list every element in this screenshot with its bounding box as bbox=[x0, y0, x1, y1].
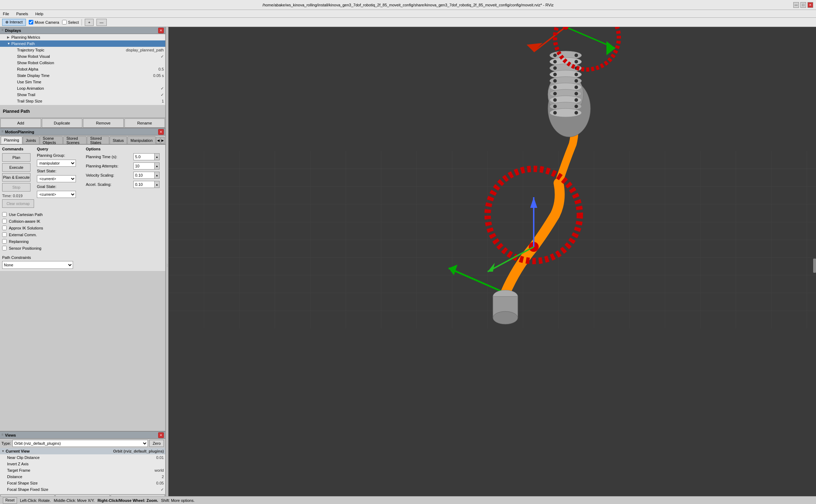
stop-button[interactable]: Stop bbox=[2, 183, 30, 192]
main-layout: ⠿ Displays ✕ ▶ Planning Metrics ▼ Planne… bbox=[0, 27, 816, 504]
sensor-positioning-row: Sensor Positioning bbox=[2, 246, 163, 250]
goal-state-select-row: <current> bbox=[37, 191, 83, 198]
view-distance[interactable]: Distance 2 bbox=[0, 473, 165, 480]
planning-time-label: Planning Time (s): bbox=[86, 155, 132, 159]
planning-time-input[interactable] bbox=[133, 153, 155, 160]
tree-item-trail-step-size[interactable]: Trail Step Size 1 bbox=[0, 98, 165, 104]
accel-scaling-up[interactable]: ▲ bbox=[155, 181, 160, 188]
velocity-scaling-input[interactable] bbox=[133, 172, 155, 179]
resize-handle[interactable]: ⋮ bbox=[166, 27, 168, 504]
tab-manipulation[interactable]: Manipulation bbox=[127, 136, 156, 144]
maximize-button[interactable]: □ bbox=[800, 2, 806, 8]
remove-button[interactable]: Remove bbox=[83, 118, 124, 128]
tree-item-trajectory-topic[interactable]: Trajectory Topic display_planned_path bbox=[0, 47, 165, 53]
3d-viewport[interactable]: 31 fps bbox=[168, 27, 816, 504]
toolbar-plus-button[interactable]: + bbox=[85, 19, 93, 26]
tab-joints[interactable]: Joints bbox=[23, 136, 39, 144]
tree-item-loop-animation[interactable]: Loop Animation ✓ bbox=[0, 85, 165, 92]
query-column: Query Planning Group: manipulator Start … bbox=[37, 147, 83, 208]
views-header: ⠿ Views ✕ bbox=[0, 432, 165, 439]
toolbar-separator bbox=[82, 19, 82, 26]
window-title: /home/abake/ws_kinova_rolling/install/ki… bbox=[262, 3, 554, 7]
replanning-checkbox[interactable] bbox=[2, 239, 7, 244]
displays-close-button[interactable]: ✕ bbox=[158, 28, 164, 33]
start-state-label-row: Start State: bbox=[37, 169, 83, 173]
collision-aware-checkbox[interactable] bbox=[2, 219, 7, 223]
tab-more-arrow[interactable]: ◀ bbox=[156, 137, 160, 144]
reset-button[interactable]: Reset bbox=[3, 497, 17, 504]
menu-panels[interactable]: Panels bbox=[15, 11, 30, 17]
svg-point-40 bbox=[553, 54, 557, 57]
interact-button[interactable]: ⊕ Interact bbox=[2, 19, 26, 26]
current-view-item[interactable]: ▼ Current View Orbit (rviz_default_plugi… bbox=[0, 448, 165, 454]
move-camera-checkbox[interactable] bbox=[29, 20, 33, 24]
duplicate-button[interactable]: Duplicate bbox=[42, 118, 83, 128]
right-click-hint: Right-Click/Mouse Wheel: Zoom. bbox=[98, 498, 158, 503]
tab-stored-scenes[interactable]: Stored Scenes bbox=[63, 136, 87, 144]
goal-state-label: Goal State: bbox=[37, 184, 65, 189]
views-zero-button[interactable]: Zero bbox=[149, 440, 164, 447]
select-label: Select bbox=[68, 20, 79, 24]
execute-button[interactable]: Execute bbox=[2, 163, 30, 172]
tree-item-robot-alpha[interactable]: Robot Alpha 0.5 bbox=[0, 66, 165, 72]
views-section: ⠿ Views ✕ Type: Orbit (rviz_default_plug… bbox=[0, 432, 165, 504]
clear-octomap-button[interactable]: Clear octomap bbox=[2, 199, 34, 208]
tree-item-planned-path[interactable]: ▼ Planned Path bbox=[0, 40, 165, 47]
toolbar-minus-button[interactable]: — bbox=[96, 19, 107, 26]
rename-button[interactable]: Rename bbox=[124, 118, 165, 128]
start-state-select[interactable]: <current> bbox=[37, 175, 76, 182]
tl-la: Loop Animation bbox=[17, 86, 44, 90]
vl-iz: Invert Z Axis bbox=[7, 462, 29, 466]
view-focal-shape-size[interactable]: Focal Shape Size 0.05 bbox=[0, 480, 165, 486]
view-target-frame[interactable]: Target Frame world bbox=[0, 467, 165, 473]
viewport-right-handle[interactable] bbox=[813, 259, 816, 273]
start-state-label: Start State: bbox=[37, 169, 65, 173]
menu-file[interactable]: File bbox=[1, 11, 11, 17]
add-button[interactable]: Add bbox=[0, 118, 41, 128]
left-panel: ⠿ Displays ✕ ▶ Planning Metrics ▼ Planne… bbox=[0, 27, 166, 504]
menu-help[interactable]: Help bbox=[34, 11, 45, 17]
path-constraints-select[interactable]: None bbox=[2, 261, 73, 269]
views-close-button[interactable]: ✕ bbox=[158, 432, 164, 438]
external-comm-checkbox[interactable] bbox=[2, 232, 7, 237]
view-focal-fixed-size[interactable]: Focal Shape Fixed Size ✓ bbox=[0, 486, 165, 493]
tree-item-planning-metrics[interactable]: ▶ Planning Metrics bbox=[0, 34, 165, 40]
tab-planning[interactable]: Planning bbox=[1, 136, 22, 144]
planning-attempts-input[interactable] bbox=[133, 162, 155, 170]
use-cartesian-checkbox[interactable] bbox=[2, 212, 7, 217]
planning-time-up[interactable]: ▲ bbox=[155, 153, 160, 160]
tab-scene-objects[interactable]: Scene Objects bbox=[40, 136, 63, 144]
view-near-clip[interactable]: Near Clip Distance 0.01 bbox=[0, 454, 165, 461]
tree-item-show-trail[interactable]: Show Trail ✓ bbox=[0, 92, 165, 98]
tree-item-show-robot-collision[interactable]: Show Robot Collision bbox=[0, 60, 165, 66]
vl-fss: Focal Shape Size bbox=[7, 481, 38, 485]
tree-item-state-display-time[interactable]: State Display Time 0.05 s bbox=[0, 72, 165, 79]
views-type-select[interactable]: Orbit (rviz_default_plugins) bbox=[12, 440, 148, 447]
close-button[interactable]: ✕ bbox=[807, 2, 813, 8]
select-checkbox[interactable] bbox=[62, 20, 67, 24]
plan-button[interactable]: Plan bbox=[2, 153, 30, 162]
accel-scaling-input[interactable] bbox=[133, 181, 155, 188]
tab-stored-states[interactable]: Stored States bbox=[87, 136, 109, 144]
velocity-scaling-up[interactable]: ▲ bbox=[155, 172, 160, 179]
tl-ra: Robot Alpha bbox=[17, 67, 38, 71]
planning-group-select[interactable]: manipulator bbox=[37, 160, 76, 167]
tab-next-arrow[interactable]: ▶ bbox=[161, 137, 165, 144]
plan-execute-button[interactable]: Plan & Execute bbox=[2, 173, 30, 182]
approx-ik-checkbox[interactable] bbox=[2, 226, 7, 230]
displays-tree: ▶ Planning Metrics ▼ Planned Path Trajec… bbox=[0, 34, 165, 105]
tab-status[interactable]: Status bbox=[110, 136, 127, 144]
view-invert-z[interactable]: Invert Z Axis bbox=[0, 461, 165, 467]
tree-item-show-robot-visual[interactable]: Show Robot Visual ✓ bbox=[0, 53, 165, 60]
goal-state-select[interactable]: <current> bbox=[37, 191, 76, 198]
displays-grip-icon: ⠿ bbox=[1, 29, 4, 32]
planning-attempts-up[interactable]: ▲ bbox=[155, 162, 160, 170]
tree-item-use-sim-time[interactable]: Use Sim Time bbox=[0, 79, 165, 85]
minimize-button[interactable]: — bbox=[793, 2, 799, 8]
approx-ik-label: Approx IK Solutions bbox=[9, 226, 43, 230]
viewport-grid-svg bbox=[168, 27, 816, 504]
mp-close-button[interactable]: ✕ bbox=[158, 129, 164, 135]
use-cartesian-label: Use Cartesian Path bbox=[9, 212, 43, 217]
cv-arrow: ▼ bbox=[1, 449, 6, 453]
sensor-positioning-checkbox[interactable] bbox=[2, 246, 7, 250]
